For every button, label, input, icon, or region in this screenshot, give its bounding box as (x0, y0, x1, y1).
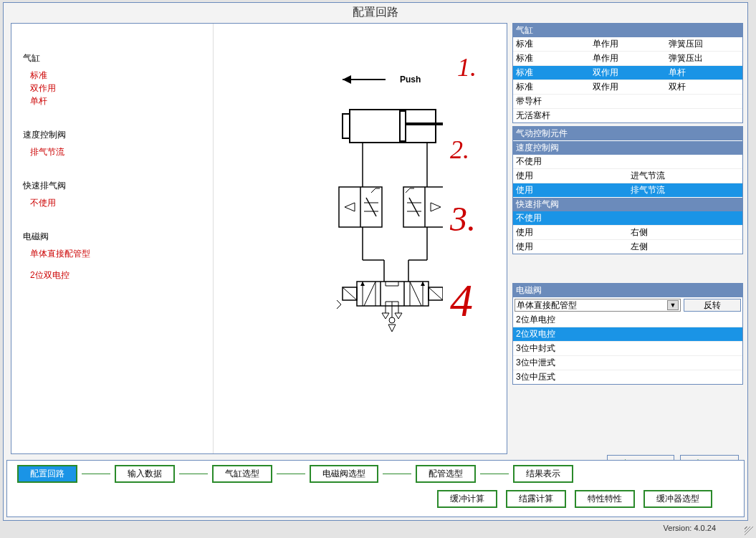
speed-option-row[interactable]: 使用进气节流 (513, 169, 742, 183)
svg-line-41 (410, 282, 421, 306)
solenoid-type-dropdown[interactable]: 单体直接配管型 ▼ (515, 299, 681, 312)
status-bar: Version: 4.0.24 (0, 522, 756, 538)
quick-option-row[interactable]: 使用右侧 (513, 226, 742, 240)
flow-step[interactable]: 气缸选型 (212, 465, 272, 483)
speed-option-cell (628, 155, 742, 168)
flow-connector (383, 474, 411, 474)
version-text: Version: 4.0.24 (664, 524, 716, 532)
cylinder-option-cell: 无活塞杆 (513, 109, 590, 123)
solenoid-option-row[interactable]: 3位中压式 (513, 370, 742, 384)
cylinder-option-row[interactable]: 带导杆 (513, 95, 742, 109)
invert-button[interactable]: 反转 (684, 299, 741, 312)
svg-line-18 (409, 198, 419, 216)
quick-option-cell: 使用 (513, 226, 628, 239)
speed-subheader: 速度控制阀 (513, 140, 742, 155)
flow-substep[interactable]: 缓冲器选型 (643, 490, 712, 508)
solenoid-box: 电磁阀 单体直接配管型 ▼ 反转 2位单电控2位双电控3位中封式3位中泄式3位中… (512, 283, 743, 385)
cylinder-option-cell: 弹簧压出 (666, 52, 742, 65)
flow-step[interactable]: 输入数据 (115, 465, 175, 483)
svg-line-46 (343, 287, 357, 300)
svg-line-32 (364, 282, 375, 306)
solenoid-option-cell: 2位双电控 (513, 327, 742, 341)
chevron-down-icon: ▼ (667, 300, 679, 310)
annotation-2: 2. (450, 135, 469, 165)
cylinder-option-cell: 标准 (513, 37, 590, 51)
solenoid-option-row[interactable]: 2位单电控 (513, 313, 742, 327)
summary-quick-v1: 不使用 (30, 196, 213, 209)
flow-step[interactable]: 电磁阀选型 (310, 465, 378, 483)
cylinder-option-cell (590, 95, 666, 108)
solenoid-option-row[interactable]: 3位中封式 (513, 342, 742, 356)
annotation-4: 4 (450, 274, 473, 327)
options-panel: 气缸 标准单作用弹簧压回标准单作用弹簧压出标准双作用单杆标准双作用双杆带导杆无活… (512, 23, 743, 388)
main-window: 配置回路 气缸 标准 双作用 单杆 速度控制阀 排气节流 快速排气阀 不使用 电… (3, 2, 748, 521)
svg-marker-17 (431, 203, 441, 211)
cylinder-option-row[interactable]: 标准双作用单杆 (513, 66, 742, 80)
flow-step[interactable]: 配置回路 (17, 465, 77, 483)
main-area: 气缸 标准 双作用 单杆 速度控制阀 排气节流 快速排气阀 不使用 电磁阀 单体… (11, 23, 507, 454)
cylinder-option-cell (666, 109, 742, 123)
flow-step[interactable]: 配管选型 (416, 465, 476, 483)
pneumatic-box-header: 气动控制元件 (513, 127, 742, 140)
cylinder-option-row[interactable]: 无活塞杆 (513, 109, 742, 123)
summary-cylinder-title: 气缸 (23, 52, 213, 64)
speed-option-row[interactable]: 使用排气节流 (513, 183, 742, 197)
resize-grip-icon[interactable] (745, 527, 755, 537)
svg-marker-11 (345, 203, 355, 211)
circuit-diagram: Push (271, 59, 443, 346)
cylinder-option-cell: 标准 (513, 66, 590, 80)
flow-substep[interactable]: 特性特性 (575, 490, 635, 508)
solenoid-option-row[interactable]: 2位双电控 (513, 327, 742, 342)
diagram-area: Push (214, 24, 507, 453)
flow-connector (179, 474, 208, 474)
cylinder-box-header: 气缸 (513, 24, 742, 37)
quick-option-row[interactable]: 不使用 (513, 211, 742, 226)
summary-cylinder: 气缸 标准 双作用 单杆 (23, 52, 213, 107)
cylinder-option-cell: 单作用 (590, 37, 666, 51)
cylinder-option-cell (590, 109, 666, 123)
cylinder-option-cell: 弹簧压回 (666, 37, 742, 51)
summary-solenoid-title: 电磁阀 (23, 231, 213, 243)
cylinder-option-cell: 标准 (513, 52, 590, 65)
svg-rect-4 (400, 111, 406, 141)
summary-speed-title: 速度控制阀 (23, 129, 213, 141)
svg-rect-2 (350, 110, 436, 143)
quick-option-cell: 右侧 (628, 226, 742, 239)
quick-subheader: 快速排气阀 (513, 197, 742, 211)
flow-step[interactable]: 结果表示 (513, 465, 573, 483)
svg-point-54 (389, 317, 395, 323)
quick-option-cell: 使用 (513, 240, 628, 254)
cylinder-box: 气缸 标准单作用弹簧压回标准单作用弹簧压出标准双作用单杆标准双作用双杆带导杆无活… (512, 23, 743, 123)
cylinder-option-row[interactable]: 标准单作用弹簧压出 (513, 52, 742, 66)
speed-option-cell: 不使用 (513, 155, 628, 168)
flow-substep[interactable]: 结露计算 (506, 490, 566, 508)
quick-option-row[interactable]: 使用左侧 (513, 240, 742, 254)
solenoid-option-row[interactable]: 3位中泄式 (513, 356, 742, 370)
speed-option-cell: 使用 (513, 169, 628, 183)
summary-cylinder-v3: 单杆 (30, 95, 213, 107)
cylinder-option-row[interactable]: 标准单作用弹簧压回 (513, 37, 742, 52)
solenoid-dropdown-row: 单体直接配管型 ▼ 反转 (513, 297, 742, 313)
summary-solenoid: 电磁阀 单体直接配管型 2位双电控 (23, 231, 213, 282)
flow-substep[interactable]: 缓冲计算 (437, 490, 497, 508)
flow-bar: 配置回路输入数据气缸选型电磁阀选型配管选型结果表示 缓冲计算结露计算特性特性缓冲… (6, 460, 745, 517)
summary-quick: 快速排气阀 不使用 (23, 180, 213, 209)
annotation-1: 1. (457, 52, 477, 82)
speed-option-row[interactable]: 不使用 (513, 155, 742, 169)
svg-marker-52 (395, 313, 402, 319)
summary-speed: 速度控制阀 排气节流 (23, 129, 213, 158)
flow-row-1: 配置回路输入数据气缸选型电磁阀选型配管选型结果表示 (17, 465, 734, 483)
pneumatic-box: 气动控制元件 速度控制阀 不使用使用进气节流使用排气节流 快速排气阀 不使用使用… (512, 126, 743, 254)
cylinder-option-cell: 带导杆 (513, 95, 590, 108)
summary-solenoid-v1: 单体直接配管型 (30, 247, 213, 260)
cylinder-option-row[interactable]: 标准双作用双杆 (513, 80, 742, 95)
summary-speed-v1: 排气节流 (30, 145, 213, 158)
flow-connector (82, 474, 110, 474)
svg-marker-50 (382, 313, 389, 319)
summary-quick-title: 快速排气阀 (23, 180, 213, 192)
svg-marker-1 (343, 75, 351, 84)
flow-connector (277, 474, 305, 474)
cylinder-option-cell: 双杆 (666, 80, 742, 94)
cylinder-option-cell: 单作用 (590, 52, 666, 65)
svg-line-48 (429, 287, 443, 300)
